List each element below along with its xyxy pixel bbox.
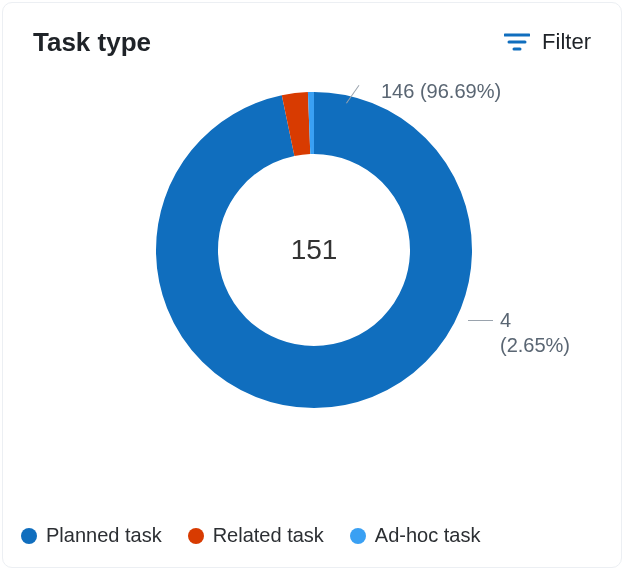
legend-label-adhoc: Ad-hoc task — [375, 524, 481, 547]
legend-label-planned: Planned task — [46, 524, 162, 547]
card-header: Task type Filter — [3, 3, 621, 59]
callout-planned: 146 (96.69%) — [381, 79, 501, 104]
legend-swatch-adhoc — [350, 528, 366, 544]
donut-ring: 151 — [155, 91, 473, 409]
legend-label-related: Related task — [213, 524, 324, 547]
card-title: Task type — [33, 27, 151, 58]
filter-icon — [504, 32, 530, 52]
task-type-card: Task type Filter 151 146 (96.69%) 4 (2. — [2, 2, 622, 568]
callout-planned-text: 146 (96.69%) — [381, 80, 501, 102]
callout-related: 4 (2.65%) — [500, 308, 570, 358]
legend-swatch-planned — [21, 528, 37, 544]
legend-item-related[interactable]: Related task — [188, 524, 324, 547]
legend-item-adhoc[interactable]: Ad-hoc task — [350, 524, 481, 547]
donut-chart: 151 146 (96.69%) 4 (2.65%) — [3, 73, 623, 503]
legend-item-planned[interactable]: Planned task — [21, 524, 162, 547]
callout-related-percent: (2.65%) — [500, 333, 570, 358]
legend: Planned task Related task Ad-hoc task — [21, 524, 480, 547]
donut-total-label: 151 — [155, 91, 473, 409]
legend-swatch-related — [188, 528, 204, 544]
callout-related-value: 4 — [500, 308, 570, 333]
filter-label: Filter — [542, 29, 591, 55]
filter-button[interactable]: Filter — [504, 25, 591, 59]
